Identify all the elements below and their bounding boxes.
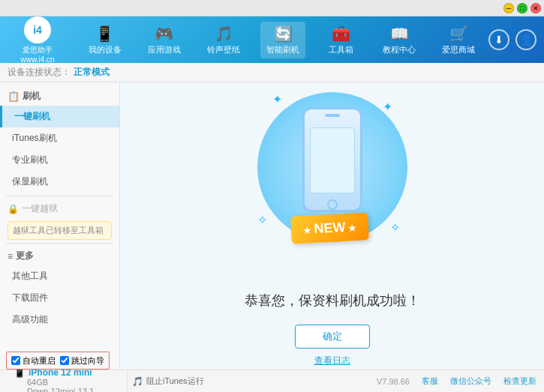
flash-header-icon: 📋 <box>8 91 20 102</box>
bottom-bar: 📱 iPhone 12 mini 64GB Down-12mini-13,1 🎵… <box>0 370 544 392</box>
nav-ringtones-icon: 🎵 <box>215 25 233 43</box>
nav-store-label: 爱思商城 <box>442 44 475 55</box>
skip-wizard-label: 跳过向导 <box>71 355 104 367</box>
sidebar-flash-header: 📋 刷机 <box>0 87 119 106</box>
status-bar: 设备连接状态： 正常模式 <box>0 63 544 82</box>
more-header-icon: ≡ <box>8 251 13 262</box>
flash-header-label: 刷机 <box>23 90 41 103</box>
sidebar-item-download-firmware[interactable]: 下载固件 <box>0 287 119 309</box>
maximize-button[interactable]: □ <box>517 3 527 13</box>
auto-restart-label: 自动重启 <box>23 355 56 367</box>
nav-apps-games-icon: 🎮 <box>155 25 173 43</box>
more-header-label: 更多 <box>16 250 34 262</box>
nav-apps-games[interactable]: 🎮 应用游戏 <box>142 22 187 58</box>
check-update-link[interactable]: 检查更新 <box>503 376 536 387</box>
logo-icon: i4 <box>33 24 42 36</box>
minimize-button[interactable]: ─ <box>503 3 514 13</box>
nav-my-device-label: 我的设备 <box>89 44 122 55</box>
bottom-status: 🎵 阻止iTunes运行 <box>128 376 377 387</box>
auto-restart-checkbox[interactable]: 自动重启 <box>11 355 56 367</box>
nav-items: 📱 我的设备 🎮 应用游戏 🎵 铃声壁纸 🔄 智能刷机 🧰 工具箱 📖 教程中心… <box>75 22 488 58</box>
sidebar-warning-box: 越狱工具已转移至工具箱 <box>8 221 112 240</box>
nav-toolbox-label: 工具箱 <box>329 44 353 55</box>
nav-smart-flash-label: 智能刷机 <box>266 44 299 55</box>
sidebar-item-itunes-flash[interactable]: iTunes刷机 <box>0 127 119 149</box>
sparkle-icon-3: ✧ <box>257 213 267 227</box>
sidebar-item-pro-flash[interactable]: 专业刷机 <box>0 149 119 171</box>
nav-toolbox-icon: 🧰 <box>332 25 350 43</box>
top-nav: i4 爱思助手 www.i4.cn 📱 我的设备 🎮 应用游戏 🎵 铃声壁纸 🔄… <box>0 16 544 63</box>
nav-tutorial-label: 教程中心 <box>383 44 416 55</box>
itunes-label: 阻止iTunes运行 <box>146 376 204 387</box>
nav-store[interactable]: 🛒 爱思商城 <box>436 22 481 58</box>
nav-toolbox[interactable]: 🧰 工具箱 <box>320 22 362 58</box>
nav-smart-flash[interactable]: 🔄 智能刷机 <box>260 22 305 58</box>
download-button[interactable]: ⬇ <box>488 29 509 50</box>
jailbreak-label: 一键越狱 <box>22 202 58 215</box>
jailbreak-lock-icon: 🔒 <box>8 204 19 214</box>
skip-wizard-input[interactable] <box>60 356 69 365</box>
sidebar-warning-text: 越狱工具已转移至工具箱 <box>13 226 104 235</box>
status-label: 设备连接状态： <box>8 66 71 79</box>
version-label: V7.98.66 <box>377 377 410 386</box>
customer-service-link[interactable]: 客服 <box>422 376 438 387</box>
sidebar-item-other-tools[interactable]: 其他工具 <box>0 265 119 287</box>
sidebar-divider-2 <box>6 243 113 244</box>
logo-area: i4 爱思助手 www.i4.cn <box>0 13 75 67</box>
sidebar-jailbreak-header: 🔒 一键越狱 <box>0 199 119 218</box>
close-button[interactable]: ✕ <box>530 3 541 13</box>
itunes-icon: 🎵 <box>132 376 143 387</box>
phone-body <box>302 107 362 212</box>
logo-circle: i4 <box>24 16 51 43</box>
nav-my-device[interactable]: 📱 我的设备 <box>83 22 128 58</box>
sidebar-divider-1 <box>6 196 113 196</box>
success-text: 恭喜您，保资料刷机成功啦！ <box>245 292 420 310</box>
checkbox-bar: 自动重启 跳过向导 <box>6 352 110 370</box>
nav-ringtones-label: 铃声壁纸 <box>207 44 240 55</box>
logo-subtext: www.i4.cn <box>20 55 54 64</box>
new-badge: NEW <box>290 212 368 244</box>
nav-store-icon: 🛒 <box>449 25 468 43</box>
sidebar-more-header: ≡ 更多 <box>0 247 119 265</box>
confirm-button[interactable]: 确定 <box>295 325 370 349</box>
sparkle-icon-1: ✦ <box>272 92 282 106</box>
nav-right-btns: ⬇ 👤 <box>488 29 544 50</box>
phone-speaker <box>325 114 340 117</box>
status-value: 正常模式 <box>74 66 110 79</box>
nav-my-device-icon: 📱 <box>95 25 114 43</box>
account-button[interactable]: 👤 <box>515 29 536 50</box>
skip-wizard-checkbox[interactable]: 跳过向导 <box>60 355 104 367</box>
device-version: Down-12mini-13,1 <box>14 387 121 392</box>
title-bar: ─ □ ✕ <box>0 0 544 16</box>
bottom-right: V7.98.66 客服 微信公众号 检查更新 <box>377 376 536 387</box>
sparkle-icon-4: ✧ <box>390 220 400 235</box>
nav-ringtones[interactable]: 🎵 铃声壁纸 <box>201 22 246 58</box>
guide-link[interactable]: 查看日志 <box>314 355 350 367</box>
auto-restart-input[interactable] <box>11 356 20 365</box>
nav-smart-flash-icon: 🔄 <box>274 25 293 43</box>
nav-apps-games-label: 应用游戏 <box>148 44 181 55</box>
sidebar-item-one-key-flash[interactable]: 一键刷机 <box>0 106 119 127</box>
wechat-link[interactable]: 微信公众号 <box>450 376 491 387</box>
sparkle-icon-2: ✦ <box>383 100 392 114</box>
nav-tutorial-icon: 📖 <box>390 25 409 43</box>
main-layout: 📋 刷机 一键刷机 iTunes刷机 专业刷机 保显刷机 🔒 一键越狱 越狱工具… <box>0 82 544 370</box>
logo-text: 爱思助手 <box>23 45 53 55</box>
phone-home-btn <box>327 199 338 210</box>
phone-illustration: ✦ ✦ ✧ ✧ NEW <box>250 85 415 280</box>
content-area: ✦ ✦ ✧ ✧ NEW 恭喜您，保资料刷机成功啦！ 确定 查看日志 <box>120 82 544 370</box>
phone-screen <box>310 127 355 193</box>
device-storage: 64GB <box>14 378 121 387</box>
nav-tutorial[interactable]: 📖 教程中心 <box>377 22 422 58</box>
sidebar: 📋 刷机 一键刷机 iTunes刷机 专业刷机 保显刷机 🔒 一键越狱 越狱工具… <box>0 82 120 370</box>
bottom-device-section: 📱 iPhone 12 mini 64GB Down-12mini-13,1 <box>8 367 128 392</box>
sidebar-item-save-flash[interactable]: 保显刷机 <box>0 171 119 193</box>
sidebar-item-advanced[interactable]: 高级功能 <box>0 309 119 331</box>
